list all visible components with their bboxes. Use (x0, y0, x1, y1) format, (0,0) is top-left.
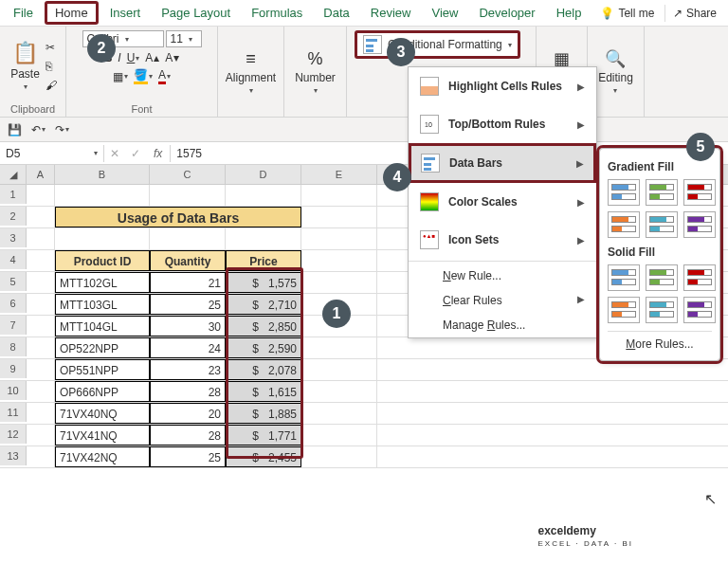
font-grow-button[interactable]: A▴ (145, 51, 159, 64)
cell-price[interactable]: $ 1,575 (226, 272, 301, 293)
col-header-a[interactable]: A (27, 165, 55, 184)
cf-manage-rules[interactable]: Manage Rules... (409, 313, 596, 337)
col-header-d[interactable]: D (226, 165, 301, 184)
cell-price[interactable]: $ 2,078 (226, 359, 301, 380)
row-header[interactable]: 10 (0, 381, 27, 400)
font-color-button[interactable]: A▾ (158, 68, 171, 84)
font-shrink-button[interactable]: A▾ (165, 51, 179, 64)
cell-quantity[interactable]: 28 (150, 425, 226, 446)
solid-purple[interactable] (683, 297, 716, 323)
cell-quantity[interactable]: 21 (150, 272, 226, 293)
enter-icon[interactable]: ✓ (125, 147, 146, 160)
gradient-blue[interactable] (608, 179, 640, 206)
tab-data[interactable]: Data (314, 2, 358, 24)
row-header[interactable]: 3 (0, 228, 27, 247)
undo-button[interactable]: ↶▾ (31, 123, 46, 136)
cf-icon-sets[interactable]: Icon Sets▶ (409, 221, 596, 259)
tab-developer[interactable]: Developer (469, 2, 544, 24)
cell-quantity[interactable]: 30 (150, 316, 226, 336)
gradient-purple[interactable] (683, 211, 716, 238)
gradient-red[interactable] (683, 179, 716, 206)
col-header-b[interactable]: B (55, 165, 150, 184)
cut-button[interactable]: ✂ (46, 41, 57, 54)
format-painter-button[interactable]: 🖌 (46, 79, 57, 92)
cell-product-id[interactable]: 71VX40NQ (55, 403, 150, 424)
solid-blue[interactable] (608, 264, 640, 291)
gradient-cyan[interactable] (646, 211, 678, 238)
col-header-e[interactable]: E (301, 165, 377, 184)
header-quantity[interactable]: Quantity (150, 250, 226, 271)
cf-data-bars[interactable]: Data Bars▶ (409, 143, 596, 183)
cell-price[interactable]: $ 2,455 (226, 446, 301, 467)
cell-quantity[interactable]: 25 (150, 446, 226, 467)
cell-price[interactable]: $ 2,590 (226, 337, 301, 358)
cell-product-id[interactable]: MTT102GL (55, 272, 150, 293)
cell-price[interactable]: $ 1,615 (226, 381, 301, 402)
cell-quantity[interactable]: 28 (150, 381, 226, 402)
row-header[interactable]: 6 (0, 294, 27, 313)
col-header-c[interactable]: C (150, 165, 226, 184)
row-header[interactable]: 11 (0, 403, 27, 422)
tab-file[interactable]: File (4, 2, 43, 24)
cell-price[interactable]: $ 2,850 (226, 316, 301, 336)
editing-button[interactable]: 🔍Editing▾ (596, 46, 635, 97)
cell-price[interactable]: $ 1,771 (226, 425, 301, 446)
row-header[interactable]: 1 (0, 185, 27, 204)
alignment-button[interactable]: ≡Alignment▾ (224, 47, 278, 97)
gradient-orange[interactable] (608, 211, 640, 238)
conditional-formatting-button[interactable]: Conditional Formatting▾ (355, 30, 520, 59)
underline-button[interactable]: U▾ (127, 51, 140, 64)
cell-product-id[interactable]: MTT104GL (55, 316, 150, 336)
solid-orange[interactable] (608, 297, 640, 323)
cell-price[interactable]: $ 2,710 (226, 294, 301, 315)
copy-button[interactable]: ⎘ (46, 60, 57, 73)
cell-product-id[interactable]: OP666NPP (55, 381, 150, 402)
share-button[interactable]: ↗Share (664, 5, 724, 22)
row-header[interactable]: 5 (0, 272, 27, 291)
cell-quantity[interactable]: 24 (150, 337, 226, 358)
name-box[interactable]: D5▾ (0, 145, 104, 162)
solid-red[interactable] (683, 264, 716, 291)
cancel-icon[interactable]: ✕ (104, 147, 125, 160)
cf-highlight-cells-rules[interactable]: Highlight Cells Rules▶ (409, 67, 596, 105)
font-size-select[interactable]: 11▾ (166, 30, 202, 47)
row-header[interactable]: 12 (0, 425, 27, 444)
paste-button[interactable]: 📋 Paste▾ (9, 39, 42, 93)
border-button[interactable]: ▦▾ (113, 70, 128, 83)
italic-button[interactable]: I (118, 51, 120, 64)
tab-view[interactable]: View (422, 2, 467, 24)
tab-home[interactable]: Home (45, 1, 99, 25)
row-header[interactable]: 2 (0, 207, 27, 226)
fill-color-button[interactable]: 🪣▾ (134, 68, 153, 84)
cell-price[interactable]: $ 1,885 (226, 403, 301, 424)
cf-new-rule[interactable]: New Rule... (409, 264, 596, 288)
cell-quantity[interactable]: 25 (150, 294, 226, 315)
row-header[interactable]: 8 (0, 337, 27, 356)
fx-button[interactable]: fx (146, 147, 170, 160)
row-header[interactable]: 4 (0, 250, 27, 269)
header-product-id[interactable]: Product ID (55, 250, 150, 271)
row-header[interactable]: 9 (0, 359, 27, 378)
cell-product-id[interactable]: 71VX42NQ (55, 446, 150, 467)
tab-review[interactable]: Review (361, 2, 421, 24)
tell-me[interactable]: 💡Tell me (600, 7, 654, 20)
cell-product-id[interactable]: MTT103GL (55, 294, 150, 315)
tab-help[interactable]: Help (547, 2, 592, 24)
row-header[interactable]: 7 (0, 316, 27, 335)
cell-quantity[interactable]: 23 (150, 359, 226, 380)
row-header[interactable]: 13 (0, 446, 27, 465)
solid-green[interactable] (646, 264, 678, 291)
number-button[interactable]: %Number▾ (293, 47, 337, 97)
cell-product-id[interactable]: OP522NPP (55, 337, 150, 358)
gradient-green[interactable] (646, 179, 678, 206)
redo-button[interactable]: ↷▾ (55, 123, 69, 136)
more-rules[interactable]: More Rules... (608, 331, 712, 353)
title-cell[interactable]: Usage of Data Bars (55, 207, 301, 227)
cf-color-scales[interactable]: Color Scales▶ (409, 183, 596, 221)
save-button[interactable]: 💾 (8, 123, 22, 136)
tab-page-layout[interactable]: Page Layout (152, 2, 240, 24)
tab-insert[interactable]: Insert (100, 2, 151, 24)
cell-product-id[interactable]: OP551NPP (55, 359, 150, 380)
cf-clear-rules[interactable]: Clear Rules▶ (409, 288, 596, 313)
cell-quantity[interactable]: 20 (150, 403, 226, 424)
